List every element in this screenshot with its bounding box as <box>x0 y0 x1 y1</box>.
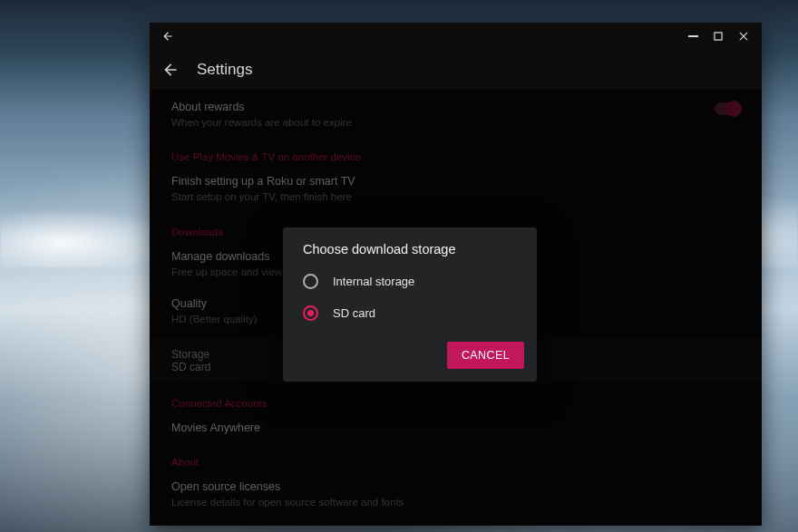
window-close-button[interactable] <box>731 24 756 49</box>
rewards-toggle[interactable] <box>715 102 740 115</box>
titlebar-back-button[interactable] <box>155 24 180 49</box>
maximize-icon <box>712 30 725 43</box>
section-use-device: Use Play Movies & TV on another device <box>171 139 740 166</box>
app-header: Settings <box>150 50 762 90</box>
dialog-title: Choose download storage <box>283 242 537 266</box>
close-icon <box>737 30 750 43</box>
window-minimize-button[interactable] <box>680 24 706 49</box>
svg-rect-0 <box>715 33 722 40</box>
setting-subtitle: Start setup on your TV, then finish here <box>171 190 740 205</box>
setting-title: Finish setting up a Roku or smart TV <box>171 174 740 189</box>
radio-unchecked-icon <box>303 274 318 289</box>
arrow-left-icon <box>161 61 180 79</box>
setting-title: Movies Anywhere <box>171 421 740 436</box>
window-titlebar <box>150 23 762 50</box>
page-title: Settings <box>197 61 252 79</box>
app-window: Settings About rewards When your rewards… <box>150 23 762 526</box>
option-label: SD card <box>333 306 375 320</box>
section-connected-accounts: Connected Accounts <box>171 385 740 412</box>
setting-finish-tv-setup[interactable]: Finish setting up a Roku or smart TV Sta… <box>171 166 740 213</box>
arrow-left-icon <box>161 30 174 43</box>
option-sd-card[interactable]: SD card <box>283 297 537 329</box>
setting-open-source-licenses[interactable]: Open source licenses License details for… <box>171 471 740 518</box>
setting-title: Open source licenses <box>171 479 740 495</box>
setting-subtitle: License details for open source software… <box>171 496 740 510</box>
setting-about-rewards[interactable]: About rewards When your rewards are abou… <box>171 92 740 139</box>
setting-subtitle: When your rewards are about to expire <box>171 116 715 131</box>
setting-title: About rewards <box>171 100 715 115</box>
option-label: Internal storage <box>333 275 414 288</box>
download-storage-dialog: Choose download storage Internal storage… <box>283 227 537 382</box>
setting-device-id: Device ID 3708931138243707561 <box>171 519 740 526</box>
option-internal-storage[interactable]: Internal storage <box>283 266 537 297</box>
section-about: About <box>171 444 740 471</box>
cancel-button[interactable]: CANCEL <box>447 342 524 369</box>
window-maximize-button[interactable] <box>706 24 731 49</box>
settings-back-button[interactable] <box>159 58 182 82</box>
setting-movies-anywhere[interactable]: Movies Anywhere <box>171 412 740 445</box>
minimize-icon <box>688 35 698 37</box>
radio-checked-icon <box>303 305 318 321</box>
